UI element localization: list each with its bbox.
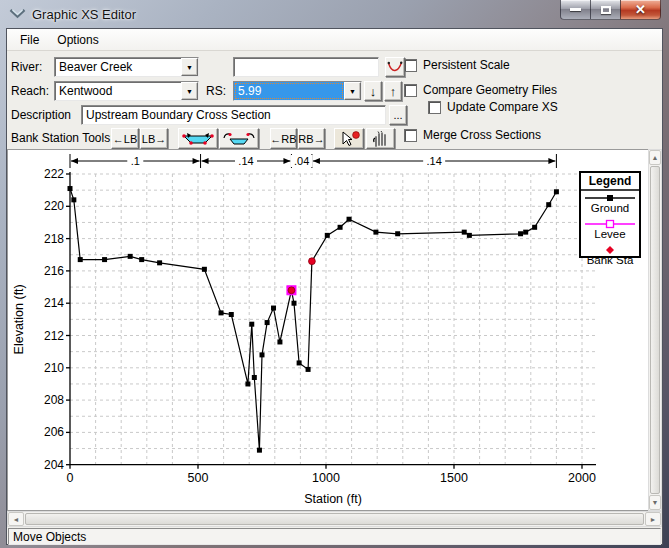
ground-point[interactable] <box>202 267 207 272</box>
ground-point[interactable] <box>252 375 257 380</box>
vertical-scrollbar[interactable]: ▲ ▼ <box>648 149 662 511</box>
svg-text:Legend: Legend <box>589 174 632 188</box>
svg-text:Elevation (ft): Elevation (ft) <box>12 284 26 354</box>
horizontal-scrollbar[interactable]: ◄ ► <box>7 511 662 527</box>
checkbox-box[interactable] <box>404 129 417 142</box>
scroll-left-icon[interactable]: ◄ <box>8 512 24 526</box>
horizontal-scroll-thumb[interactable] <box>25 513 644 525</box>
move-right-bank-right-button[interactable]: RB→ <box>298 128 325 149</box>
scroll-up-icon[interactable]: ▲ <box>649 150 661 165</box>
svg-text:220: 220 <box>44 199 64 213</box>
ground-point[interactable] <box>249 322 254 327</box>
svg-text:216: 216 <box>44 264 64 278</box>
close-button[interactable]: ✕ <box>620 0 661 20</box>
rs-dropdown-arrow-icon[interactable]: ▼ <box>344 82 361 100</box>
merge-cross-sections-checkbox[interactable]: Merge Cross Sections <box>404 128 541 142</box>
checkbox-box[interactable] <box>404 84 417 97</box>
svg-text:Ground: Ground <box>591 202 629 214</box>
ground-point[interactable] <box>277 339 282 344</box>
checkbox-box[interactable] <box>404 59 417 72</box>
ground-point[interactable] <box>78 257 83 262</box>
slide-bank-stations-button[interactable] <box>219 128 259 149</box>
ground-point[interactable] <box>219 310 224 315</box>
scroll-down-icon[interactable]: ▼ <box>649 495 661 510</box>
move-left-bank-right-button[interactable]: LB→ <box>140 128 168 149</box>
close-icon: ✕ <box>635 3 646 16</box>
svg-text:1500: 1500 <box>440 471 468 485</box>
ground-point[interactable] <box>102 257 107 262</box>
update-compare-xs-label: Update Compare XS <box>447 100 558 114</box>
ground-point[interactable] <box>271 306 276 311</box>
ground-point[interactable] <box>292 301 297 306</box>
channel-banks-icon <box>181 130 215 147</box>
menu-options[interactable]: Options <box>48 31 107 49</box>
ground-point[interactable] <box>325 233 330 238</box>
pan-hand-icon <box>369 130 392 147</box>
ground-point[interactable] <box>265 320 270 325</box>
select-move-objects-tool-button[interactable] <box>334 128 364 149</box>
vertical-scroll-thumb[interactable] <box>650 166 660 494</box>
set-bank-stations-button[interactable] <box>178 128 218 149</box>
ground-point[interactable] <box>347 217 352 222</box>
ground-point[interactable] <box>518 231 523 236</box>
ground-point[interactable] <box>139 257 144 262</box>
persistent-scale-checkbox[interactable]: Persistent Scale <box>404 58 510 72</box>
ground-point[interactable] <box>373 230 378 235</box>
ground-point[interactable] <box>257 448 262 453</box>
ground-point[interactable] <box>532 225 537 230</box>
river-label: River: <box>11 60 42 74</box>
river-value: Beaver Creek <box>55 58 181 76</box>
menu-file[interactable]: File <box>11 31 48 49</box>
move-right-bank-left-button[interactable]: ←RB <box>270 128 297 149</box>
svg-text:Station (ft): Station (ft) <box>304 492 362 506</box>
ground-point[interactable] <box>306 367 311 372</box>
ground-point[interactable] <box>546 202 551 207</box>
ground-point[interactable] <box>554 189 559 194</box>
description-field[interactable]: Upstream Boundary Cross Section <box>81 105 386 125</box>
ground-point[interactable] <box>395 231 400 236</box>
reach-dropdown-arrow-icon[interactable]: ▼ <box>181 82 198 100</box>
svg-text:Levee: Levee <box>594 228 625 240</box>
scroll-right-icon[interactable]: ► <box>645 512 661 526</box>
title-bar[interactable]: Graphic XS Editor ✕ <box>0 0 669 28</box>
plot-water-surface-field[interactable] <box>233 57 379 77</box>
ground-point[interactable] <box>71 197 76 202</box>
xs-plot-canvas[interactable]: .1.14.04.1420420620821021221421621822022… <box>8 150 648 510</box>
grid <box>70 174 596 465</box>
ground-point[interactable] <box>229 312 234 317</box>
rs-previous-button[interactable]: ↓ <box>364 81 382 101</box>
svg-text:.04: .04 <box>294 155 309 167</box>
down-arrow-icon: ↓ <box>370 84 377 99</box>
ground-point[interactable] <box>260 352 265 357</box>
ground-point[interactable] <box>338 225 343 230</box>
minimize-icon <box>570 8 581 11</box>
rs-next-button[interactable]: ↑ <box>384 81 402 101</box>
ground-point[interactable] <box>68 186 73 191</box>
river-combobox[interactable]: Beaver Creek ▼ <box>54 57 199 77</box>
maximize-button[interactable] <box>591 0 620 20</box>
rs-combobox[interactable]: 5.99 ▼ <box>233 81 362 101</box>
ground-point[interactable] <box>297 360 302 365</box>
plot-xs-button[interactable] <box>385 57 405 77</box>
cursor-select-icon <box>337 130 361 147</box>
bank-station-marker[interactable] <box>288 287 295 294</box>
minimize-button[interactable] <box>560 0 591 20</box>
river-dropdown-arrow-icon[interactable]: ▼ <box>181 58 198 76</box>
ground-point[interactable] <box>245 381 250 386</box>
ground-point[interactable] <box>467 233 472 238</box>
manning-n-ruler: .1.14.04.14 <box>70 154 556 168</box>
checkbox-box[interactable] <box>428 101 441 114</box>
description-more-button[interactable]: ... <box>389 105 407 125</box>
pan-tool-button[interactable] <box>366 128 395 149</box>
rs-label: RS: <box>206 84 226 98</box>
compare-geometry-checkbox[interactable]: Compare Geometry Files <box>404 83 557 97</box>
ground-point[interactable] <box>462 230 467 235</box>
bank-station-marker[interactable] <box>309 258 316 265</box>
reach-combobox[interactable]: Kentwood ▼ <box>54 81 199 101</box>
client-area: File Options River: Beaver Creek ▼ Reach… <box>6 28 663 545</box>
ground-point[interactable] <box>128 254 133 259</box>
ground-point[interactable] <box>523 230 528 235</box>
move-left-bank-left-button[interactable]: ←LB <box>111 128 139 149</box>
update-compare-xs-checkbox[interactable]: Update Compare XS <box>428 100 558 114</box>
ground-point[interactable] <box>157 260 162 265</box>
